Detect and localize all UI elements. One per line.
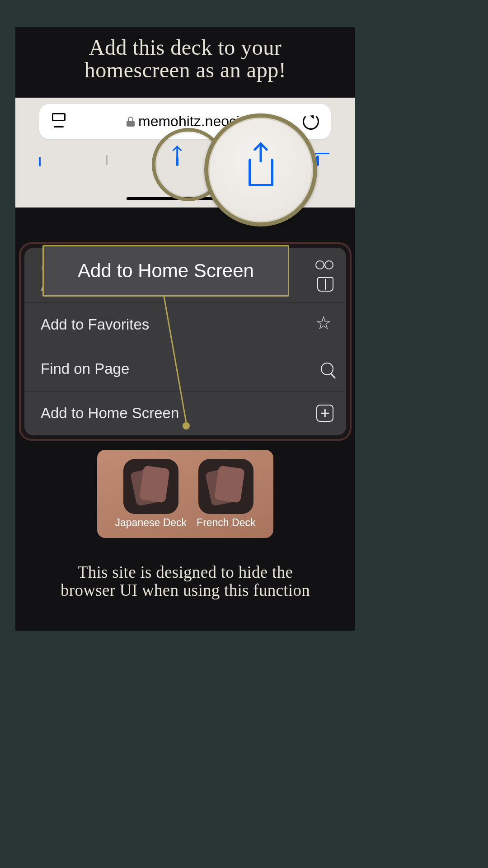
callout-text: Add to Home Screen (78, 260, 254, 282)
back-icon (35, 157, 54, 176)
app-label-left: Japanese Deck (115, 517, 187, 529)
app-label-right: French Deck (197, 517, 255, 529)
share-icon-magnified (249, 159, 273, 186)
glasses-icon (315, 255, 333, 273)
safari-screenshot: memohitz.neocit (15, 98, 355, 208)
tutorial-card: Add this deck to your homescreen as an a… (15, 27, 355, 631)
refresh-icon (303, 113, 319, 130)
share-icon (176, 157, 195, 176)
callout-connector-dot (183, 422, 190, 429)
app-preview-right: French Deck (197, 459, 255, 529)
footer-line-2: browser UI when using this function (61, 581, 310, 599)
forward-icon (106, 157, 125, 176)
footer-line-1: This site is designed to hide the (78, 563, 293, 581)
star-icon (315, 316, 333, 334)
homescreen-preview: Japanese Deck French Deck (97, 450, 273, 538)
callout-highlight: Add to Home Screen (42, 245, 289, 297)
menu-label: Add to Home Screen (41, 405, 179, 422)
headline-line-1: Add this deck to your (89, 35, 282, 59)
app-preview-left: Japanese Deck (115, 459, 187, 529)
share-sheet-screenshot: Add to Reading List Add Bookmark Add to … (19, 242, 352, 441)
headline-line-2: homescreen as an app! (15, 59, 355, 81)
highlight-ring-large (204, 113, 317, 226)
menu-row-favorites: Add to Favorites (24, 303, 346, 347)
plus-box-icon (316, 405, 333, 422)
book-icon (317, 277, 333, 292)
menu-label: Add to Favorites (41, 316, 149, 333)
app-icon-right (198, 459, 253, 514)
menu-row-find: Find on Page (24, 347, 346, 392)
menu-label: Find on Page (41, 360, 129, 377)
headline: Add this deck to your homescreen as an a… (15, 36, 355, 82)
footer-text: This site is designed to hide the browse… (15, 563, 355, 600)
app-icon-left (123, 459, 178, 514)
lock-icon (127, 117, 135, 127)
page-settings-icon (51, 114, 66, 129)
tabs-icon (316, 157, 335, 176)
search-icon (321, 363, 333, 375)
